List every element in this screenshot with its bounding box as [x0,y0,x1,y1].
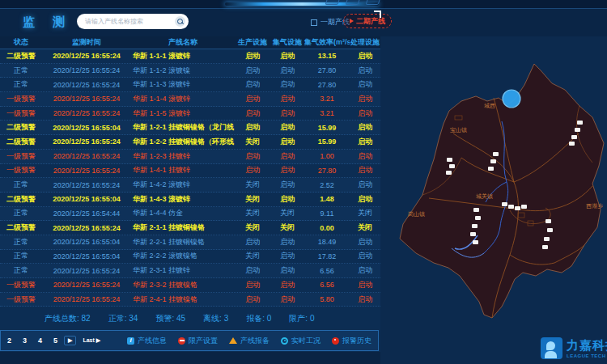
summary-bar: 产线总数: 82正常: 34预警: 45离线: 3报备: 0限产: 0 [0,310,380,328]
search-icon[interactable] [175,16,185,27]
map-marker[interactable] [515,206,520,210]
status-badge: 二级预警 [0,222,42,233]
toolbar-button-label: 产线信息 [138,336,167,346]
page-button[interactable]: 4 [35,335,45,346]
production-facility-status: 关闭 [235,180,270,190]
table-row[interactable]: 正常 2020/12/25 16:55:24 华新 1-1-3 滚镀锌 启动 启… [0,78,380,92]
phase2-button[interactable]: 二期产线 [343,14,392,28]
map-marker[interactable] [488,167,494,171]
map-marker[interactable] [472,224,478,228]
gas-collection-status: 启动 [270,265,304,276]
limit-icon [178,337,185,345]
checkbox-icon[interactable] [311,19,317,26]
line-name: 华新 1-4-2 滚镀锌 [131,180,235,190]
page-button[interactable]: 3 [19,335,30,346]
table-row[interactable]: 一级预警 2020/12/25 16:55:24 华新 1-1-4 滚镀锌 启动… [0,92,380,107]
map-marker[interactable] [493,152,499,156]
map-marker[interactable] [502,202,507,206]
search-box[interactable] [77,14,189,29]
next-page-button[interactable]: ▶ [64,336,76,345]
monitor-time: 2020/12/25 16:55:24 [42,109,131,117]
toolbar-button-label: 产线报备 [240,336,270,346]
search-input[interactable] [85,18,175,25]
table-row[interactable]: 一级预警 2020/12/25 16:55:24 华新 1-2-3 挂镀锌 启动… [0,150,380,164]
monitor-time: 2020/12/25 16:55:24 [42,267,131,275]
map-marker[interactable] [577,121,583,125]
status-badge: 一级预警 [0,165,42,176]
status-badge: 正常 [0,66,42,76]
gas-efficiency-value: 27.80 [304,66,350,74]
realtime-icon [281,337,288,345]
map-marker[interactable] [470,232,476,236]
map-panel: 城西宝山镇城关镇岗山镇西湖乡 力嘉科技 LEAGUE TECH [380,36,607,364]
gas-efficiency-value: 3.21 [304,109,350,117]
toolbar-button[interactable]: 报警历史 [332,336,371,346]
table-row[interactable]: 正常 2020/12/25 16:54:44 华新 1-4-4 仿金 关闭 关闭… [0,207,380,222]
logo-icon [541,337,562,359]
table-row[interactable]: 二级预警 2020/12/25 16:55:24 华新 1-2-2 挂镀铜镍铬（… [0,135,380,150]
summary-item: 预警: 45 [155,313,185,324]
map-marker[interactable] [446,171,452,175]
map-marker[interactable] [473,240,478,244]
table-row[interactable]: 正常 2020/12/25 16:55:04 华新 2-2-1 挂镀铜镍铬 启动… [0,235,380,250]
map-marker[interactable] [449,164,455,168]
table-row[interactable]: 二级预警 2020/12/25 16:55:24 华新 2-1-1 挂镀铜镍铬 … [0,221,380,235]
status-badge: 正常 [0,265,42,276]
table-row[interactable]: 二级预警 2020/12/25 16:55:04 华新 1-2-1 挂镀铜镍铬（… [0,121,380,135]
summary-item: 报备: 0 [246,313,271,324]
summary-value: 0 [310,314,315,323]
page-button[interactable]: 5 [50,335,61,346]
summary-item: 产线总数: 82 [45,313,91,324]
gas-collection-status: 启动 [270,94,304,104]
gas-collection-status: 启动 [270,66,304,76]
cluster-marker[interactable] [503,90,520,108]
toolbar-button[interactable]: 产线报备 [229,336,270,346]
gas-collection-status: 启动 [270,180,304,190]
production-facility-status: 关闭 [235,208,270,218]
table-row[interactable]: 正常 2020/12/25 16:55:24 华新 2-3-1 挂镀锌 启动 启… [0,264,380,278]
gas-collection-status: 启动 [270,137,304,147]
table-row[interactable]: 二级预警 2020/12/25 16:55:24 华新 1-1-1 滚镀锌 启动… [0,49,380,64]
treatment-facility-status: 启动 [350,122,380,133]
table-row[interactable]: 正常 2020/12/25 16:55:24 华新 1-4-2 滚镀锌 关闭 启… [0,178,380,193]
line-name: 华新 2-2-1 挂镀铜镍铬 [131,237,235,248]
map-marker[interactable] [544,237,550,241]
map-marker[interactable] [569,142,575,146]
map-marker[interactable] [571,135,577,139]
map-marker[interactable] [521,205,527,209]
table-row[interactable]: 一级预警 2020/12/25 16:55:24 华新 1-4-1 挂镀锌 启动… [0,164,380,179]
map-marker[interactable] [475,216,481,220]
district-map[interactable]: 城西宝山镇城关镇岗山镇西湖乡 [380,36,607,364]
map-marker[interactable] [542,245,548,249]
page-button[interactable]: 2 [4,335,15,346]
table-row[interactable]: 二级预警 2020/12/25 16:55:04 华新 1-4-3 滚镀锌 关闭… [0,193,380,207]
toolbar-button[interactable]: 限产设置 [178,336,218,346]
line-name: 华新 1-1-2 滚镀镍 [131,66,235,76]
summary-value: 82 [82,314,91,323]
gas-collection-status: 启动 [270,165,304,176]
toolbar-button[interactable]: 产线信息 [127,336,167,346]
map-marker[interactable] [447,158,452,162]
summary-label: 报备: [246,314,265,323]
map-marker[interactable] [473,208,479,212]
status-badge: 一级预警 [0,151,42,162]
map-marker[interactable] [490,159,496,163]
production-facility-status: 启动 [235,108,270,119]
map-marker[interactable] [508,205,514,209]
table-row[interactable]: 一级预警 2020/12/25 16:55:24 华新 2-4-1 挂镀镍铬 启… [0,293,380,307]
map-marker[interactable] [547,228,553,232]
table-row[interactable]: 一级预警 2020/12/25 16:55:24 华新 2-3-2 挂镀镍铬 启… [0,278,380,293]
map-marker[interactable] [545,219,551,223]
table-row[interactable]: 正常 2020/12/25 16:55:04 华新 2-2-2 滚镀镍铬 关闭 … [0,250,380,265]
report-icon [229,337,237,344]
production-facility-status: 启动 [235,51,270,61]
production-facility-status: 关闭 [235,194,270,205]
gas-collection-status: 启动 [270,51,304,61]
table-row[interactable]: 一级预警 2020/12/25 16:55:24 华新 1-1-5 滚镀锌 启动… [0,107,380,121]
toolbar-button[interactable]: 实时工况 [281,336,320,346]
monitor-time: 2020/12/25 16:55:24 [42,224,131,232]
table-row[interactable]: 正常 2020/12/25 16:55:24 华新 1-1-2 滚镀镍 启动 启… [0,64,380,78]
last-page-button[interactable]: Last ▶ [79,336,104,345]
map-marker[interactable] [575,128,580,132]
toolbar-button-label: 限产设置 [189,336,218,346]
